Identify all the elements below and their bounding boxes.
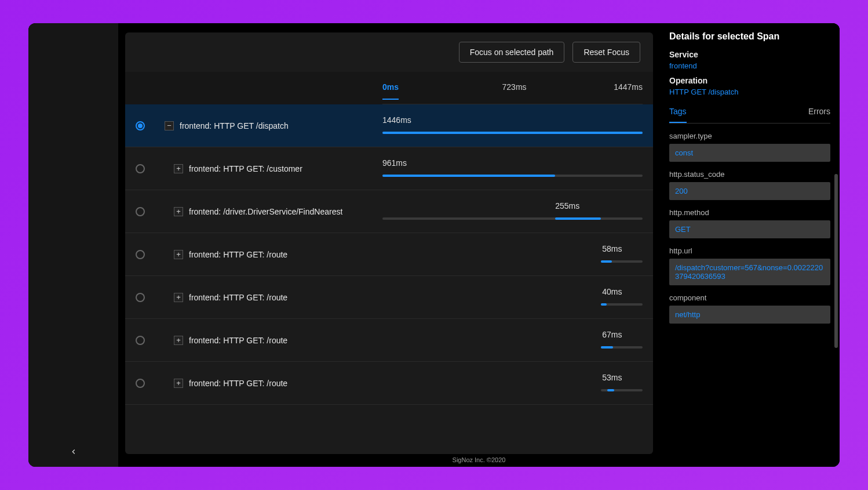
tag-item: componentnet/http xyxy=(669,293,830,324)
app-window: Focus on selected path Reset Focus 0ms 7… xyxy=(28,23,840,467)
tag-item: sampler.typeconst xyxy=(669,132,830,162)
footer: SigNoz Inc. ©2020 xyxy=(118,454,840,467)
chevron-left-icon xyxy=(70,448,78,456)
reset-focus-button[interactable]: Reset Focus xyxy=(572,42,640,63)
tag-value: /dispatch?customer=567&nonse=0.002222037… xyxy=(669,259,830,285)
trace-toolbar: Focus on selected path Reset Focus xyxy=(125,32,653,72)
span-radio[interactable] xyxy=(136,293,145,302)
expand-icon[interactable]: + xyxy=(174,379,183,388)
service-label: Service xyxy=(669,50,830,59)
duration-label: 58ms xyxy=(602,244,622,253)
duration-bar xyxy=(555,217,601,220)
span-label-area: +frontend: HTTP GET: /route xyxy=(125,379,382,388)
tag-key: http.status_code xyxy=(669,170,830,179)
tab-errors[interactable]: Errors xyxy=(808,107,830,123)
span-label-area: +frontend: HTTP GET: /route xyxy=(125,250,382,259)
span-bar-area: 255ms xyxy=(382,200,643,223)
tag-item: http.url/dispatch?customer=567&nonse=0.0… xyxy=(669,246,830,285)
tag-item: http.status_code200 xyxy=(669,170,830,200)
duration-bar xyxy=(601,260,612,263)
sidebar-collapse-button[interactable] xyxy=(67,445,81,459)
expand-icon[interactable]: + xyxy=(174,164,183,173)
tag-key: component xyxy=(669,293,830,302)
tags-container: sampler.typeconsthttp.status_code200http… xyxy=(669,132,830,324)
operation-label: Operation xyxy=(669,76,830,85)
span-bar-area: 40ms xyxy=(382,286,643,309)
duration-label: 53ms xyxy=(602,373,622,382)
tag-value: GET xyxy=(669,220,830,238)
span-radio[interactable] xyxy=(136,164,145,173)
span-label-area: +frontend: HTTP GET: /route xyxy=(125,336,382,345)
span-label-area: −frontend: HTTP GET /dispatch xyxy=(125,121,382,130)
span-bar-area: 58ms xyxy=(382,243,643,266)
service-value[interactable]: frontend xyxy=(669,61,830,70)
tag-key: http.method xyxy=(669,208,830,217)
timeline-tick-2: 1447ms xyxy=(614,82,643,92)
trace-panel: Focus on selected path Reset Focus 0ms 7… xyxy=(125,32,653,454)
details-tabs: Tags Errors xyxy=(669,107,830,124)
main-content: Focus on selected path Reset Focus 0ms 7… xyxy=(118,23,840,467)
duration-label: 40ms xyxy=(602,287,622,296)
expand-icon[interactable]: + xyxy=(174,207,183,216)
tag-value: 200 xyxy=(669,182,830,200)
duration-bar xyxy=(607,389,614,391)
span-row[interactable]: +frontend: HTTP GET: /route53ms xyxy=(125,362,653,405)
trace-area: Focus on selected path Reset Focus 0ms 7… xyxy=(118,23,660,454)
span-row[interactable]: +frontend: HTTP GET: /route40ms xyxy=(125,276,653,319)
span-name: frontend: HTTP GET: /route xyxy=(189,250,287,259)
span-row[interactable]: +frontend: HTTP GET: /customer961ms xyxy=(125,147,653,190)
span-row[interactable]: +frontend: /driver.DriverService/FindNea… xyxy=(125,190,653,233)
span-radio[interactable] xyxy=(136,250,145,259)
collapse-icon[interactable]: − xyxy=(165,121,174,130)
operation-value[interactable]: HTTP GET /dispatch xyxy=(669,88,830,96)
content-row: Focus on selected path Reset Focus 0ms 7… xyxy=(118,23,840,454)
span-radio[interactable] xyxy=(136,336,145,345)
tab-tags[interactable]: Tags xyxy=(669,107,687,123)
duration-label: 67ms xyxy=(602,330,622,339)
details-panel: Details for selected Span Service fronte… xyxy=(660,23,840,454)
span-label-area: +frontend: HTTP GET: /route xyxy=(125,293,382,302)
timeline-tick-0: 0ms xyxy=(382,82,399,100)
span-bar-area: 1446ms xyxy=(382,114,643,137)
duration-bar xyxy=(382,132,643,134)
span-row[interactable]: +frontend: HTTP GET: /route58ms xyxy=(125,233,653,276)
tag-item: http.methodGET xyxy=(669,208,830,238)
span-list[interactable]: −frontend: HTTP GET /dispatch1446ms+fron… xyxy=(125,104,653,454)
duration-bar xyxy=(601,303,607,306)
span-name: frontend: HTTP GET: /route xyxy=(189,379,287,388)
span-name: frontend: HTTP GET /dispatch xyxy=(180,121,289,130)
duration-bar xyxy=(382,175,555,177)
duration-label: 255ms xyxy=(555,201,579,210)
tag-key: sampler.type xyxy=(669,132,830,140)
timeline-scale: 0ms 723ms 1447ms xyxy=(382,79,643,104)
tag-value: const xyxy=(669,144,830,162)
focus-path-button[interactable]: Focus on selected path xyxy=(459,42,565,63)
tag-value: net/http xyxy=(669,306,830,324)
span-label-area: +frontend: /driver.DriverService/FindNea… xyxy=(125,207,382,216)
span-bar-area: 67ms xyxy=(382,329,643,352)
span-radio[interactable] xyxy=(136,207,145,216)
expand-icon[interactable]: + xyxy=(174,336,183,345)
span-radio[interactable] xyxy=(136,121,145,130)
expand-icon[interactable]: + xyxy=(174,250,183,259)
span-name: frontend: HTTP GET: /route xyxy=(189,293,287,302)
span-name: frontend: HTTP GET: /customer xyxy=(189,164,302,173)
span-label-area: +frontend: HTTP GET: /customer xyxy=(125,164,382,173)
span-row[interactable]: +frontend: HTTP GET: /route67ms xyxy=(125,319,653,362)
span-bar-area: 53ms xyxy=(382,372,643,395)
span-bar-area: 961ms xyxy=(382,157,643,180)
expand-icon[interactable]: + xyxy=(174,293,183,302)
duration-label: 1446ms xyxy=(382,115,411,125)
sidebar-nav xyxy=(28,23,118,467)
duration-label: 961ms xyxy=(382,158,407,168)
duration-bar xyxy=(601,346,613,349)
span-row[interactable]: −frontend: HTTP GET /dispatch1446ms xyxy=(125,104,653,147)
span-name: frontend: /driver.DriverService/FindNear… xyxy=(189,207,342,216)
span-radio[interactable] xyxy=(136,379,145,388)
details-title: Details for selected Span xyxy=(669,31,830,42)
details-scrollbar[interactable] xyxy=(834,174,838,348)
tag-key: http.url xyxy=(669,246,830,255)
span-name: frontend: HTTP GET: /route xyxy=(189,336,287,345)
timeline-header: 0ms 723ms 1447ms xyxy=(125,72,653,104)
timeline-tick-1: 723ms xyxy=(502,82,527,92)
